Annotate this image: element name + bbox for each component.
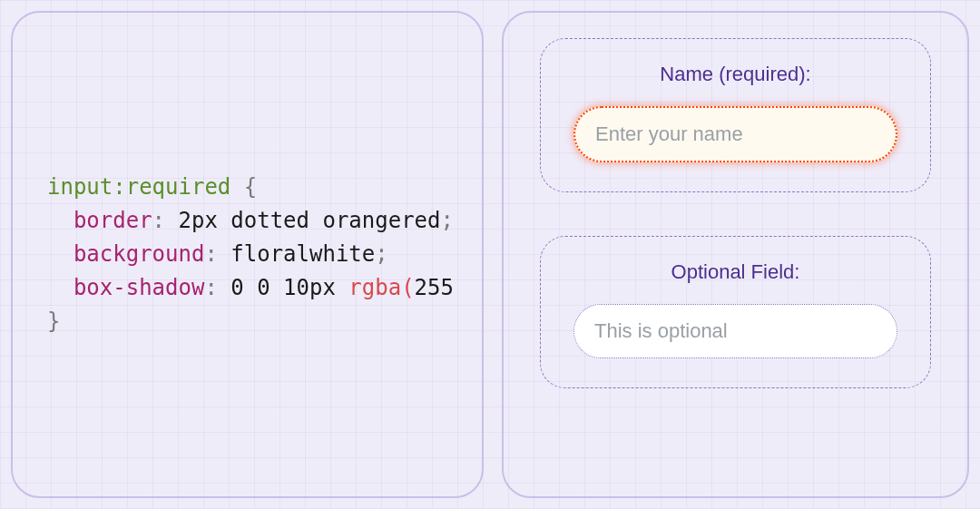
code-selector: input:required <box>47 174 230 200</box>
code-func-2: rgba( <box>348 275 414 300</box>
code-prop-1: background <box>74 241 205 267</box>
optional-input[interactable] <box>573 304 897 358</box>
code-val-0: 2px dotted orangered <box>179 208 441 233</box>
code-val-2b: 255 <box>415 275 454 300</box>
code-colon: : <box>204 241 230 267</box>
code-panel: input:required { border: 2px dotted oran… <box>11 11 484 498</box>
code-brace-open: { <box>230 174 257 200</box>
code-semi-0: ; <box>441 208 454 233</box>
optional-field-label: Optional Field: <box>671 260 800 284</box>
code-brace-close: } <box>47 308 60 334</box>
code-semi-1: ; <box>375 241 387 267</box>
code-colon: : <box>204 275 230 300</box>
required-field-group: Name (required): <box>540 38 931 192</box>
optional-field-group: Optional Field: <box>540 236 931 388</box>
demo-panel: Name (required): Optional Field: <box>502 11 969 498</box>
code-colon: : <box>152 208 179 233</box>
css-code-block: input:required { border: 2px dotted oran… <box>47 171 454 339</box>
code-prop-0: border <box>74 208 152 233</box>
required-field-label: Name (required): <box>660 63 810 86</box>
name-input[interactable] <box>573 106 897 162</box>
code-prop-2: box-shadow <box>74 275 205 300</box>
code-val-1: floralwhite <box>230 241 375 267</box>
code-val-2a: 0 0 10px <box>230 275 348 300</box>
